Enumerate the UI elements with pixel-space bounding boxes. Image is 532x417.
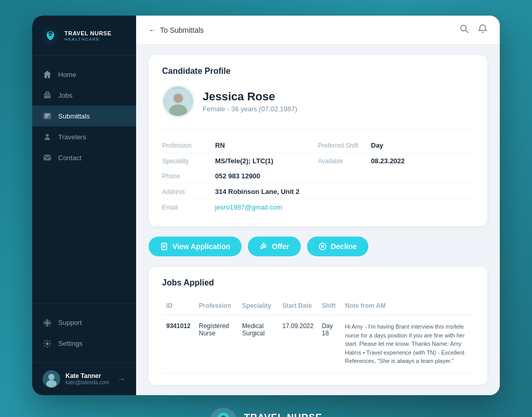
col-speciality: Speciality xyxy=(238,297,278,315)
svg-point-11 xyxy=(46,321,48,324)
back-arrow-icon: ← xyxy=(149,26,156,34)
home-icon xyxy=(43,70,52,79)
sidebar-item-support[interactable]: Support xyxy=(32,312,136,333)
footer-info: Kate Tanner kate@tateeda.com xyxy=(65,372,112,385)
sidebar-nav: Home Jobs Submittals xyxy=(32,56,136,304)
address-row: Address 314 Robinson Lane, Unit 2 xyxy=(162,184,474,200)
col-note: Note from AM xyxy=(341,297,474,315)
topbar: ← To Submittals xyxy=(136,16,500,45)
logout-icon[interactable]: → xyxy=(117,374,126,384)
svg-point-17 xyxy=(48,374,55,380)
decline-label: Decline xyxy=(331,242,357,251)
avatar xyxy=(43,370,60,388)
sidebar-item-settings-label: Settings xyxy=(58,340,83,347)
svg-rect-9 xyxy=(44,155,51,161)
email-value[interactable]: jesro1987@gmail.com xyxy=(215,203,283,211)
contact-icon xyxy=(43,153,52,162)
profession-label: Profession xyxy=(162,142,209,149)
sidebar-item-travelers-label: Travelers xyxy=(58,133,86,141)
document-icon xyxy=(160,242,168,251)
svg-line-20 xyxy=(466,31,469,33)
header-row: ID Profession Speciality Start Date Shif… xyxy=(162,297,474,315)
rocket-icon xyxy=(259,242,268,251)
svg-point-16 xyxy=(46,342,48,345)
profile-header: Jessica Rose Female - 36 years (07.02.19… xyxy=(162,85,474,118)
sidebar-item-travelers[interactable]: Travelers xyxy=(32,126,136,147)
jobs-table-body: 9341012 Registered Nurse Medical Surgica… xyxy=(162,315,474,373)
profile-section-title: Candidate Profile xyxy=(162,67,474,76)
sidebar-item-settings[interactable]: Settings xyxy=(32,333,136,354)
jobs-table-header: ID Profession Speciality Start Date Shif… xyxy=(162,297,474,315)
jobs-table: ID Profession Speciality Start Date Shif… xyxy=(162,297,474,373)
note-text: Hi Amy - I'm having Brant interview this… xyxy=(345,323,465,364)
preferred-shift-label: Preferred Shift xyxy=(318,142,365,149)
offer-button[interactable]: Offer xyxy=(248,237,300,256)
available-label: Available xyxy=(318,158,365,165)
profile-name-block: Jessica Rose Female - 36 years (07.02.19… xyxy=(203,90,297,113)
sidebar-logo-text: TRAVEL NURSE HEALTHCARE xyxy=(64,30,112,42)
scroll-area: Candidate Profile Jessica Rose F xyxy=(136,45,500,395)
details-left: Profession RN Speciality MS/Tele(2); LTC… xyxy=(162,138,318,168)
bell-icon[interactable] xyxy=(478,24,487,36)
address-value: 314 Robinson Lane, Unit 2 xyxy=(215,188,300,196)
col-start-date: Start Date xyxy=(278,297,317,315)
back-label: To Submittals xyxy=(160,26,204,34)
footer-user-name: Kate Tanner xyxy=(65,372,112,380)
support-icon xyxy=(43,318,52,328)
available-row: Available 08.23.2022 xyxy=(318,153,474,168)
x-circle-icon xyxy=(318,242,327,251)
topbar-icons xyxy=(459,24,487,36)
offer-label: Offer xyxy=(272,242,289,251)
logo-icon xyxy=(42,27,59,45)
profession-row: Profession RN xyxy=(162,138,318,153)
jobs-applied-title: Jobs Applied xyxy=(162,278,474,288)
view-application-button[interactable]: View Application xyxy=(149,237,242,256)
sidebar-item-jobs[interactable]: Jobs xyxy=(32,85,136,106)
sidebar: TRAVEL NURSE HEALTHCARE Home Jobs xyxy=(32,16,136,395)
col-profession: Profession xyxy=(195,297,238,315)
svg-rect-2 xyxy=(44,93,51,98)
profession-value: RN xyxy=(215,141,225,149)
sidebar-item-contact[interactable]: Contact xyxy=(32,147,136,168)
col-id: ID xyxy=(162,297,195,315)
back-link[interactable]: ← To Submittals xyxy=(149,26,204,34)
bottom-logo-icon xyxy=(210,408,237,418)
sidebar-item-home[interactable]: Home xyxy=(32,64,136,85)
view-application-label: View Application xyxy=(172,242,230,251)
speciality-value: MS/Tele(2); LTC(1) xyxy=(215,157,273,165)
phone-label: Phone xyxy=(162,173,209,180)
preferred-shift-row: Preferred Shift Day xyxy=(318,138,474,153)
actions-row: View Application Offer xyxy=(149,234,487,258)
jobs-icon xyxy=(43,90,52,100)
speciality-row: Speciality MS/Tele(2); LTC(1) xyxy=(162,153,318,168)
main-content: ← To Submittals xyxy=(136,16,500,395)
footer-user-email: kate@tateeda.com xyxy=(65,380,112,385)
svg-point-30 xyxy=(263,245,264,246)
job-profession: Registered Nurse xyxy=(195,315,238,373)
job-speciality: Medical Surgical xyxy=(238,315,278,373)
col-shift: Shift xyxy=(317,297,341,315)
email-row: Email jesro1987@gmail.com xyxy=(162,200,474,215)
search-icon[interactable] xyxy=(459,24,469,36)
svg-point-24 xyxy=(174,94,182,102)
available-value: 08.23.2022 xyxy=(371,157,405,165)
job-id: 9341012 xyxy=(162,315,195,373)
decline-button[interactable]: Decline xyxy=(307,237,368,256)
sidebar-item-home-label: Home xyxy=(58,71,76,79)
details-grid: Profession RN Speciality MS/Tele(2); LTC… xyxy=(162,138,474,168)
settings-icon xyxy=(43,339,52,348)
address-label: Address xyxy=(162,188,209,196)
sidebar-item-submittals-label: Submittals xyxy=(58,112,90,120)
profile-gender-age: Female - 36 years (07.02.1987) xyxy=(203,105,297,113)
logo-title: TRAVEL NURSE xyxy=(64,30,112,37)
sidebar-footer: Kate Tanner kate@tateeda.com → xyxy=(32,362,136,395)
sidebar-item-contact-label: Contact xyxy=(58,154,82,162)
sidebar-bottom: Support Settings xyxy=(32,304,136,362)
email-label: Email xyxy=(162,204,209,211)
bottom-logo-title: TRAVEL NURSE xyxy=(244,413,322,417)
speciality-label: Speciality xyxy=(162,158,209,165)
bottom-logo-text: TRAVEL NURSE HEALTHCARE xyxy=(244,413,322,417)
sidebar-item-submittals[interactable]: Submittals xyxy=(32,106,136,126)
job-note: Hi Amy - I'm having Brant interview this… xyxy=(341,315,474,373)
submittals-icon xyxy=(43,111,52,121)
